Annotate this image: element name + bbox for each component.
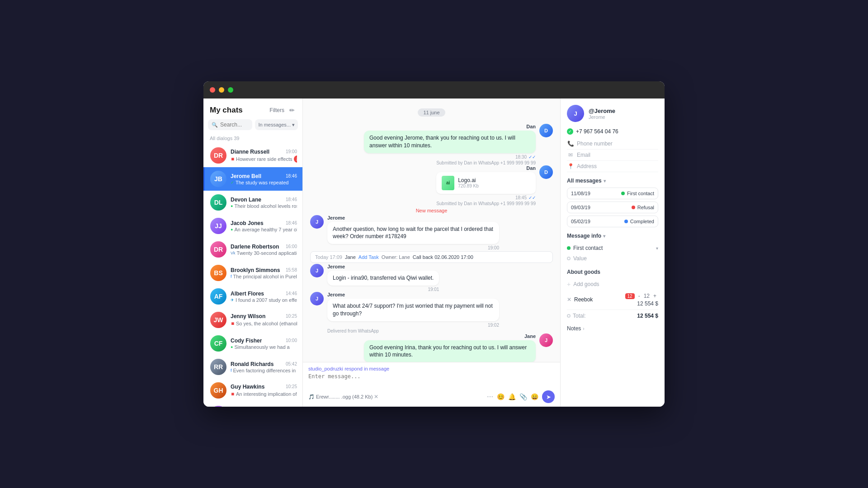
tag-label: First contact bbox=[627, 191, 654, 196]
message-meta: 18:45 ✓✓ bbox=[436, 195, 536, 200]
avatar: AF bbox=[210, 288, 226, 305]
avatar: D bbox=[539, 165, 553, 179]
remove-attachment-button[interactable]: ✕ bbox=[374, 394, 378, 400]
add-task-link[interactable]: Add Task bbox=[359, 254, 379, 260]
chat-list-item[interactable]: DL Devon Lane 18:46 ● Their blood alcoho… bbox=[203, 191, 302, 214]
attachment-label: 🎵 Erewr........ .ogg (48.2 Kb) ✕ bbox=[308, 394, 378, 400]
avatar: D bbox=[539, 124, 553, 137]
chat-time: 10:00 bbox=[286, 338, 297, 343]
avatar: DR bbox=[210, 147, 226, 164]
avatar: JB bbox=[210, 171, 226, 187]
avatar: J bbox=[567, 105, 584, 122]
message-tag[interactable]: 09/03/19 Refusal bbox=[567, 202, 658, 213]
check-icon: ✓✓ bbox=[528, 195, 536, 200]
new-message-divider: New message bbox=[310, 208, 553, 213]
phone-icon: 📞 bbox=[567, 141, 574, 147]
message-meta: 18:30 ✓✓ bbox=[364, 155, 536, 160]
submitted-note: Submitted by Dan in WhatsApp +1 999 999 … bbox=[364, 160, 536, 165]
message-meta: 19:00 bbox=[327, 245, 499, 250]
status-dot bbox=[567, 246, 571, 250]
qty-minus-button[interactable]: - bbox=[637, 292, 642, 300]
chat-time: 14:46 bbox=[286, 291, 297, 296]
chat-name: Jenny Wilson bbox=[231, 313, 265, 319]
message-tag[interactable]: 05/02/19 Completed bbox=[567, 216, 658, 227]
chat-list-item[interactable]: CF Cody Fisher 10:00 ● Simultaneously we… bbox=[203, 332, 302, 355]
message-tag[interactable]: 11/08/19 First contact bbox=[567, 188, 658, 199]
chat-time: 10:25 bbox=[286, 384, 297, 389]
chat-time: 16:00 bbox=[286, 244, 297, 249]
chat-list-item[interactable]: JB Jerome Bell 18:46 ✓ The study was rep… bbox=[203, 167, 302, 191]
chevron-right-icon: › bbox=[583, 326, 584, 331]
all-dialogs-label: All dialogs 39 bbox=[203, 134, 302, 144]
tag-status-dot bbox=[621, 192, 625, 195]
chat-preview: ⏹ So yes, the alcohol (ethanol) in 2 bbox=[231, 320, 297, 327]
chat-list-item[interactable]: AF Albert Flores 14:46 ✈ I found a 2007 … bbox=[203, 285, 302, 308]
unread-badge: 2 bbox=[294, 155, 297, 163]
tag-date: 11/08/19 bbox=[571, 191, 590, 196]
chat-list-item[interactable]: GH Guy Hawkins 10:25 ⏹ An interesting im… bbox=[203, 379, 302, 402]
emoji-icon[interactable]: 😄 bbox=[531, 393, 538, 400]
email-field[interactable]: ✉ Email bbox=[567, 150, 658, 161]
emoji-smile-icon[interactable]: 😊 bbox=[497, 393, 505, 400]
dots-icon[interactable]: ⋯ bbox=[487, 393, 493, 400]
tag-date: 05/02/19 bbox=[571, 219, 590, 224]
chat-name: Jacob Jones bbox=[231, 220, 264, 226]
address-field[interactable]: 📍 Address bbox=[567, 161, 658, 172]
bell-icon[interactable]: 🔔 bbox=[508, 393, 516, 400]
remove-product-button[interactable]: ✕ bbox=[567, 296, 571, 303]
file-bubble: ai Logo.ai 720.89 Kb bbox=[436, 172, 536, 194]
tag-label: Completed bbox=[630, 219, 654, 224]
tag-label: Refusal bbox=[637, 205, 654, 210]
chat-name: Brooklyn Simmons bbox=[231, 267, 280, 273]
chat-list-item[interactable]: BS Brooklyn Simmons 15:58 f The principa… bbox=[203, 261, 302, 285]
send-button[interactable]: ➤ bbox=[542, 390, 555, 403]
total-dot bbox=[567, 314, 571, 318]
chat-time: 18:46 bbox=[286, 221, 297, 225]
message-content: Jerome Login - irina90, transferred via … bbox=[327, 264, 439, 292]
chat-list-item[interactable]: RE Ralph Edwards 10:25 ⏹ So yes, the alc… bbox=[203, 402, 302, 407]
first-contact-row[interactable]: First contact ▾ bbox=[567, 243, 658, 253]
filters-button[interactable]: Filters bbox=[269, 107, 284, 113]
chat-list-item[interactable]: JW Jenny Wilson 10:25 ⏹ So yes, the alco… bbox=[203, 308, 302, 332]
chevron-down-icon: ▾ bbox=[603, 234, 605, 239]
all-messages-section[interactable]: All messages ▾ bbox=[567, 178, 658, 184]
chat-list-item[interactable]: RR Ronald Richards 05:42 f Even factorin… bbox=[203, 355, 302, 379]
phone-field[interactable]: 📞 Phone number bbox=[567, 138, 658, 150]
paperclip-icon[interactable]: 📎 bbox=[519, 393, 527, 400]
message-row: D Dan Good evening Jerome, thank you for… bbox=[310, 124, 553, 165]
right-panel: J @Jerome Jerome ✓ +7 967 564 04 76 📞 Ph… bbox=[561, 99, 665, 407]
minimize-button[interactable] bbox=[219, 87, 224, 93]
chevron-down-icon: ▾ bbox=[292, 122, 295, 128]
in-messages-button[interactable]: In messages... ▾ bbox=[255, 119, 298, 130]
location-icon: 📍 bbox=[567, 163, 574, 169]
chat-list-item[interactable]: DR Dianne Russell 19:00 ⏹ However rare s… bbox=[203, 144, 302, 167]
chat-list-item[interactable]: DR Darlene Robertson 16:00 Vk Twenty 30-… bbox=[203, 238, 302, 261]
app-window: My chats Filters ✏ 🔍 In messages... ▾ Al… bbox=[203, 81, 665, 407]
chat-preview: ✈ I found a 2007 study on effects bbox=[231, 297, 297, 303]
avatar: RR bbox=[210, 359, 226, 375]
chat-time: 05:42 bbox=[286, 361, 297, 366]
chat-preview: ● An average healthy 7 year old bbox=[231, 227, 297, 232]
compose-icon[interactable]: ✏ bbox=[288, 106, 296, 114]
message-input-area: studio_podruzki respond in message 🎵 Ere… bbox=[303, 362, 560, 407]
add-goods-button[interactable]: + Add goods bbox=[567, 279, 658, 290]
close-button[interactable] bbox=[210, 87, 215, 93]
chat-preview: ● Simultaneously we had a bbox=[231, 344, 297, 350]
notes-section[interactable]: Notes › bbox=[567, 325, 658, 332]
chat-time: 18:46 bbox=[286, 174, 297, 178]
message-info-section[interactable]: Message info ▾ bbox=[567, 233, 658, 239]
date-divider: 11 june bbox=[310, 108, 553, 117]
message-row: J Jerome Another question, how long to w… bbox=[310, 215, 553, 251]
chat-area: 11 june D Dan Good evening Jerome, thank… bbox=[303, 99, 561, 407]
message-input[interactable] bbox=[308, 373, 555, 386]
chat-time: 18:46 bbox=[286, 197, 297, 202]
avatar: J bbox=[310, 292, 324, 305]
chat-list-item[interactable]: JJ Jacob Jones 18:46 ● An average health… bbox=[203, 214, 302, 238]
titlebar bbox=[203, 81, 665, 99]
message-bubble: What about 24/7 support? I'm just worrie… bbox=[327, 299, 499, 321]
search-input[interactable] bbox=[220, 122, 249, 128]
qty-plus-button[interactable]: + bbox=[651, 292, 658, 300]
respond-hint: studio_podruzki respond in message bbox=[308, 366, 555, 371]
maximize-button[interactable] bbox=[228, 87, 233, 93]
whatsapp-icon: ✓ bbox=[567, 128, 573, 135]
